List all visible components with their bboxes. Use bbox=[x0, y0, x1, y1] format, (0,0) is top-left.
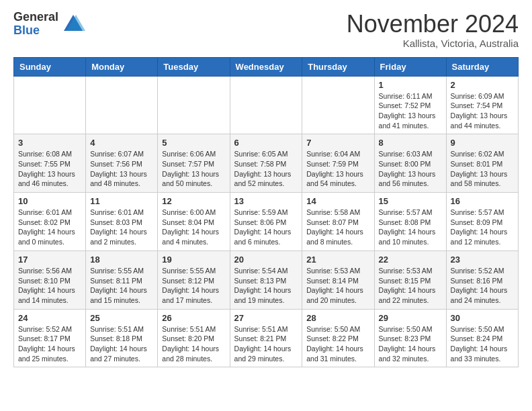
calendar-week-row-2: 3Sunrise: 6:08 AMSunset: 7:55 PMDaylight… bbox=[14, 134, 519, 193]
day-info: Sunrise: 5:53 AMSunset: 8:14 PMDaylight:… bbox=[306, 266, 369, 306]
calendar-cell: 13Sunrise: 5:59 AMSunset: 8:06 PMDayligh… bbox=[230, 193, 302, 251]
calendar-cell: 30Sunrise: 5:50 AMSunset: 8:24 PMDayligh… bbox=[446, 309, 518, 367]
day-info: Sunrise: 5:55 AMSunset: 8:11 PMDaylight:… bbox=[90, 266, 153, 306]
day-info: Sunrise: 5:54 AMSunset: 8:13 PMDaylight:… bbox=[234, 266, 298, 306]
col-tuesday: Tuesday bbox=[158, 57, 230, 76]
calendar-cell: 12Sunrise: 6:00 AMSunset: 8:04 PMDayligh… bbox=[158, 193, 230, 251]
calendar-cell: 19Sunrise: 5:55 AMSunset: 8:12 PMDayligh… bbox=[158, 250, 230, 309]
day-info: Sunrise: 5:51 AMSunset: 8:20 PMDaylight:… bbox=[162, 324, 225, 364]
day-number: 18 bbox=[90, 255, 153, 265]
day-info: Sunrise: 6:11 AMSunset: 7:52 PMDaylight:… bbox=[379, 91, 442, 131]
day-number: 8 bbox=[379, 138, 442, 148]
logo-icon bbox=[61, 12, 85, 36]
calendar-week-row-4: 17Sunrise: 5:56 AMSunset: 8:10 PMDayligh… bbox=[14, 250, 519, 309]
calendar-cell: 22Sunrise: 5:53 AMSunset: 8:15 PMDayligh… bbox=[374, 250, 446, 309]
day-number: 26 bbox=[162, 313, 225, 323]
day-info: Sunrise: 5:50 AMSunset: 8:22 PMDaylight:… bbox=[306, 324, 369, 364]
day-info: Sunrise: 5:57 AMSunset: 8:09 PMDaylight:… bbox=[451, 208, 514, 247]
calendar-week-row-5: 24Sunrise: 5:52 AMSunset: 8:17 PMDayligh… bbox=[14, 309, 519, 367]
col-monday: Monday bbox=[86, 57, 158, 76]
day-info: Sunrise: 5:55 AMSunset: 8:12 PMDaylight:… bbox=[162, 266, 225, 306]
calendar-cell: 5Sunrise: 6:06 AMSunset: 7:57 PMDaylight… bbox=[158, 134, 230, 193]
col-friday: Friday bbox=[374, 57, 446, 76]
day-info: Sunrise: 6:02 AMSunset: 8:01 PMDaylight:… bbox=[451, 149, 514, 189]
page: General Blue November 2024 Kallista, Vic… bbox=[0, 0, 532, 378]
day-info: Sunrise: 6:01 AMSunset: 8:02 PMDaylight:… bbox=[18, 208, 81, 247]
calendar-cell: 28Sunrise: 5:50 AMSunset: 8:22 PMDayligh… bbox=[302, 309, 374, 367]
day-number: 28 bbox=[306, 313, 369, 323]
day-number: 5 bbox=[162, 138, 225, 148]
day-number: 1 bbox=[379, 80, 442, 90]
calendar-cell bbox=[302, 76, 374, 134]
day-info: Sunrise: 5:52 AMSunset: 8:16 PMDaylight:… bbox=[451, 266, 514, 306]
calendar-cell bbox=[158, 76, 230, 134]
day-number: 16 bbox=[451, 196, 514, 206]
day-number: 21 bbox=[306, 255, 369, 265]
col-sunday: Sunday bbox=[14, 57, 86, 76]
day-number: 2 bbox=[451, 80, 514, 90]
calendar-cell: 25Sunrise: 5:51 AMSunset: 8:18 PMDayligh… bbox=[86, 309, 158, 367]
day-number: 20 bbox=[234, 255, 298, 265]
day-number: 29 bbox=[379, 313, 442, 323]
day-number: 15 bbox=[379, 196, 442, 206]
day-info: Sunrise: 5:52 AMSunset: 8:17 PMDaylight:… bbox=[18, 324, 81, 364]
calendar-cell: 7Sunrise: 6:04 AMSunset: 7:59 PMDaylight… bbox=[302, 134, 374, 193]
day-number: 7 bbox=[306, 138, 369, 148]
col-saturday: Saturday bbox=[446, 57, 518, 76]
day-info: Sunrise: 5:51 AMSunset: 8:21 PMDaylight:… bbox=[234, 324, 298, 364]
day-info: Sunrise: 6:08 AMSunset: 7:55 PMDaylight:… bbox=[18, 149, 81, 189]
calendar-cell: 6Sunrise: 6:05 AMSunset: 7:58 PMDaylight… bbox=[230, 134, 302, 193]
month-title: November 2024 bbox=[347, 11, 519, 38]
calendar-cell: 4Sunrise: 6:07 AMSunset: 7:56 PMDaylight… bbox=[86, 134, 158, 193]
calendar-cell: 1Sunrise: 6:11 AMSunset: 7:52 PMDaylight… bbox=[374, 76, 446, 134]
calendar-cell bbox=[86, 76, 158, 134]
day-number: 17 bbox=[18, 255, 81, 265]
day-number: 10 bbox=[18, 196, 81, 206]
calendar-cell bbox=[14, 76, 86, 134]
logo-general-text: General bbox=[13, 11, 58, 24]
day-info: Sunrise: 5:57 AMSunset: 8:08 PMDaylight:… bbox=[379, 208, 442, 247]
day-info: Sunrise: 6:03 AMSunset: 8:00 PMDaylight:… bbox=[379, 149, 442, 189]
day-number: 19 bbox=[162, 255, 225, 265]
calendar-cell: 9Sunrise: 6:02 AMSunset: 8:01 PMDaylight… bbox=[446, 134, 518, 193]
header: General Blue November 2024 Kallista, Vic… bbox=[13, 11, 519, 49]
calendar-cell: 8Sunrise: 6:03 AMSunset: 8:00 PMDaylight… bbox=[374, 134, 446, 193]
day-number: 6 bbox=[234, 138, 298, 148]
calendar-week-row-3: 10Sunrise: 6:01 AMSunset: 8:02 PMDayligh… bbox=[14, 193, 519, 251]
day-number: 23 bbox=[451, 255, 514, 265]
day-info: Sunrise: 6:07 AMSunset: 7:56 PMDaylight:… bbox=[90, 149, 153, 189]
col-thursday: Thursday bbox=[302, 57, 374, 76]
calendar-cell: 20Sunrise: 5:54 AMSunset: 8:13 PMDayligh… bbox=[230, 250, 302, 309]
day-number: 22 bbox=[379, 255, 442, 265]
day-number: 4 bbox=[90, 138, 153, 148]
calendar-cell: 14Sunrise: 5:58 AMSunset: 8:07 PMDayligh… bbox=[302, 193, 374, 251]
logo: General Blue bbox=[13, 11, 85, 38]
day-number: 11 bbox=[90, 196, 153, 206]
day-info: Sunrise: 6:01 AMSunset: 8:03 PMDaylight:… bbox=[90, 208, 153, 247]
day-info: Sunrise: 6:06 AMSunset: 7:57 PMDaylight:… bbox=[162, 149, 225, 189]
calendar-week-row-1: 1Sunrise: 6:11 AMSunset: 7:52 PMDaylight… bbox=[14, 76, 519, 134]
calendar-cell: 17Sunrise: 5:56 AMSunset: 8:10 PMDayligh… bbox=[14, 250, 86, 309]
logo-blue-text: Blue bbox=[13, 24, 58, 38]
day-info: Sunrise: 5:51 AMSunset: 8:18 PMDaylight:… bbox=[90, 324, 153, 364]
day-info: Sunrise: 5:53 AMSunset: 8:15 PMDaylight:… bbox=[379, 266, 442, 306]
calendar-cell: 15Sunrise: 5:57 AMSunset: 8:08 PMDayligh… bbox=[374, 193, 446, 251]
calendar-cell: 21Sunrise: 5:53 AMSunset: 8:14 PMDayligh… bbox=[302, 250, 374, 309]
day-number: 25 bbox=[90, 313, 153, 323]
day-number: 14 bbox=[306, 196, 369, 206]
calendar-cell: 2Sunrise: 6:09 AMSunset: 7:54 PMDaylight… bbox=[446, 76, 518, 134]
col-wednesday: Wednesday bbox=[230, 57, 302, 76]
calendar-cell: 10Sunrise: 6:01 AMSunset: 8:02 PMDayligh… bbox=[14, 193, 86, 251]
calendar-cell: 18Sunrise: 5:55 AMSunset: 8:11 PMDayligh… bbox=[86, 250, 158, 309]
day-info: Sunrise: 5:56 AMSunset: 8:10 PMDaylight:… bbox=[18, 266, 81, 306]
day-info: Sunrise: 5:59 AMSunset: 8:06 PMDaylight:… bbox=[234, 208, 298, 247]
day-number: 3 bbox=[18, 138, 81, 148]
calendar-cell: 11Sunrise: 6:01 AMSunset: 8:03 PMDayligh… bbox=[86, 193, 158, 251]
day-number: 13 bbox=[234, 196, 298, 206]
calendar-cell bbox=[230, 76, 302, 134]
calendar-header-row: Sunday Monday Tuesday Wednesday Thursday… bbox=[14, 57, 519, 76]
calendar-table: Sunday Monday Tuesday Wednesday Thursday… bbox=[13, 57, 519, 368]
title-block: November 2024 Kallista, Victoria, Austra… bbox=[347, 11, 519, 49]
logo-text: General Blue bbox=[13, 11, 58, 38]
day-info: Sunrise: 5:58 AMSunset: 8:07 PMDaylight:… bbox=[306, 208, 369, 247]
